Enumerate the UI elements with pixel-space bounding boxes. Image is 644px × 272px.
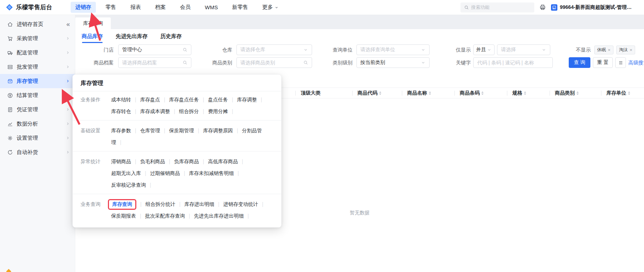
account-switcher[interactable]: 99664-新界面商超版测试-管理…	[551, 4, 644, 11]
sidebar-item-4[interactable]: 批发管理	[0, 60, 75, 74]
advanced-search-link[interactable]: 高级搜索	[628, 57, 644, 68]
sidebar-item-10[interactable]: 自动补货	[0, 145, 75, 159]
sort-icon[interactable]	[524, 90, 526, 96]
menu-link[interactable]: 成本结转	[111, 97, 131, 102]
topbar: 乐檬零售后台 进销存零售报表档案会员WMS新零售更多 99664-新界面商超版测…	[0, 0, 644, 15]
menu-link[interactable]: 负毛利商品	[140, 159, 165, 164]
menu-link[interactable]: 库存转仓	[111, 108, 131, 114]
menu-link[interactable]: 保质期报表	[111, 213, 136, 219]
menu-link[interactable]: 组合拆分	[179, 108, 199, 114]
sort-icon[interactable]	[628, 90, 630, 96]
menu-link[interactable]: 库存调整	[237, 97, 257, 102]
chevron-right-icon	[66, 150, 70, 154]
nav-item-8[interactable]: 更多	[258, 2, 283, 13]
close-icon[interactable]: ×	[630, 48, 633, 52]
sidebar-item-8[interactable]: 数据分析	[0, 117, 75, 131]
column-header-3[interactable]: 商品名称	[402, 88, 454, 98]
column-settings-button[interactable]	[615, 57, 626, 68]
sidebar-item-2[interactable]: 采购管理	[0, 31, 75, 46]
sort-icon[interactable]	[577, 90, 579, 96]
printer-icon[interactable]	[539, 4, 546, 11]
nav-item-3[interactable]: 报表	[126, 2, 146, 13]
menu-link[interactable]: 库存未扣减销售明细	[189, 170, 234, 176]
menu-link[interactable]: 进销存变动统计	[223, 201, 258, 207]
menu-link[interactable]: 负库存商品	[174, 159, 199, 164]
menu-link[interactable]: 费用分摊	[208, 108, 228, 114]
sidebar-item-1[interactable]: 进销存首页«	[0, 17, 75, 31]
column-header-6[interactable]: 商品类别	[550, 88, 601, 98]
menu-link[interactable]: 过期催销商品	[150, 170, 180, 176]
menu-link-highlighted[interactable]: 库存查询	[108, 199, 136, 210]
subtab-3[interactable]: 历史库存	[160, 33, 182, 40]
separator: |	[140, 213, 141, 219]
chevron-down-icon	[274, 5, 279, 10]
menu-link[interactable]: 组合拆分统计	[146, 201, 175, 207]
menu-link[interactable]: 库存调整原因	[203, 128, 233, 133]
menu-link[interactable]: 滞销商品	[111, 159, 131, 164]
menu-link[interactable]: 库存进出明细	[184, 201, 214, 207]
menu-link[interactable]: 仓库管理	[140, 128, 160, 133]
store-input-field[interactable]	[122, 47, 180, 53]
sidebar-item-5[interactable]: 库存管理	[0, 74, 75, 88]
global-search[interactable]	[460, 2, 534, 12]
sidebar-item-7[interactable]: 凭证管理	[0, 102, 75, 117]
only-show-select[interactable]: 请选择	[497, 44, 550, 55]
category-input[interactable]	[236, 57, 312, 68]
category-input-field[interactable]	[240, 60, 301, 65]
query-unit-select[interactable]: 请选择查询单位	[356, 44, 430, 55]
menu-link[interactable]: 库存盘点	[140, 97, 160, 102]
column-header-5[interactable]: 规格	[507, 88, 550, 98]
menu-link[interactable]: 先进先出库存进出明细	[194, 213, 244, 219]
nav-item-4[interactable]: 档案	[151, 2, 170, 13]
only-show-operator-select[interactable]: 并且	[473, 44, 495, 55]
menu-link[interactable]: 库存盘点任务	[169, 97, 199, 102]
sidebar-bottom-item[interactable]	[6, 268, 12, 272]
subtab-1[interactable]: 商品库存	[82, 33, 103, 40]
nav-item-5[interactable]: 会员	[175, 2, 195, 13]
separator: |	[120, 139, 121, 145]
nav-item-2[interactable]: 零售	[101, 2, 121, 13]
sidebar-item-label: 进销存首页	[17, 21, 43, 28]
filter-tag[interactable]: 休眠×	[594, 46, 613, 54]
nav-item-label: 报表	[130, 4, 141, 11]
menu-link[interactable]: 保质期管理	[169, 128, 194, 133]
keyword-input-field[interactable]	[477, 60, 549, 65]
collapse-sidebar-icon[interactable]: «	[66, 21, 70, 27]
subtab-2[interactable]: 先进先出库存	[116, 33, 148, 40]
close-icon[interactable]: ×	[608, 48, 611, 52]
menu-link[interactable]: 库存参数	[111, 128, 131, 133]
column-header-7[interactable]: 库存单位	[601, 88, 644, 98]
keyword-label: 关键字	[451, 57, 471, 68]
nav-item-1[interactable]: 进销存	[71, 2, 96, 13]
sort-icon[interactable]	[429, 90, 431, 96]
menu-link[interactable]: 批次采配库存查询	[145, 213, 185, 219]
separator: |	[203, 108, 204, 114]
warehouse-select[interactable]: 请选择仓库	[236, 44, 312, 55]
goods-input[interactable]	[118, 57, 191, 68]
sidebar-item-6[interactable]: 结算管理	[0, 88, 75, 102]
query-unit-label: 查询单位	[323, 44, 353, 55]
tab-inventory-query[interactable]: 库存查询	[75, 17, 111, 29]
menu-link[interactable]: 高低库存商品	[208, 159, 238, 164]
column-header-2[interactable]: 商品代码	[352, 88, 402, 98]
sort-icon[interactable]	[481, 90, 484, 96]
menu-link[interactable]: 盘点任务	[208, 97, 228, 102]
nav-item-7[interactable]: 新零售	[228, 2, 253, 13]
filter-tag[interactable]: 淘汰×	[616, 46, 635, 54]
goods-input-field[interactable]	[122, 60, 180, 65]
keyword-input[interactable]	[473, 57, 553, 68]
tag-label: 淘汰	[619, 47, 628, 53]
sort-icon[interactable]	[379, 90, 381, 96]
nav-item-6[interactable]: WMS	[200, 2, 223, 12]
sidebar-item-3[interactable]: 配送管理	[0, 46, 75, 60]
search-button[interactable]: 查 询	[569, 57, 590, 68]
store-input[interactable]	[118, 44, 191, 55]
menu-link[interactable]: 超期无出入库	[111, 170, 141, 176]
reset-button[interactable]: 重 置	[593, 57, 613, 68]
menu-link[interactable]: 库存成本调整	[140, 108, 170, 114]
search-input[interactable]	[471, 5, 531, 10]
menu-link[interactable]: 反审核记录查询	[111, 182, 146, 188]
sidebar-item-9[interactable]: 设置管理	[0, 131, 75, 145]
category-level-select[interactable]: 按当前类别	[356, 57, 430, 68]
column-header-4[interactable]: 商品条码	[454, 88, 507, 98]
